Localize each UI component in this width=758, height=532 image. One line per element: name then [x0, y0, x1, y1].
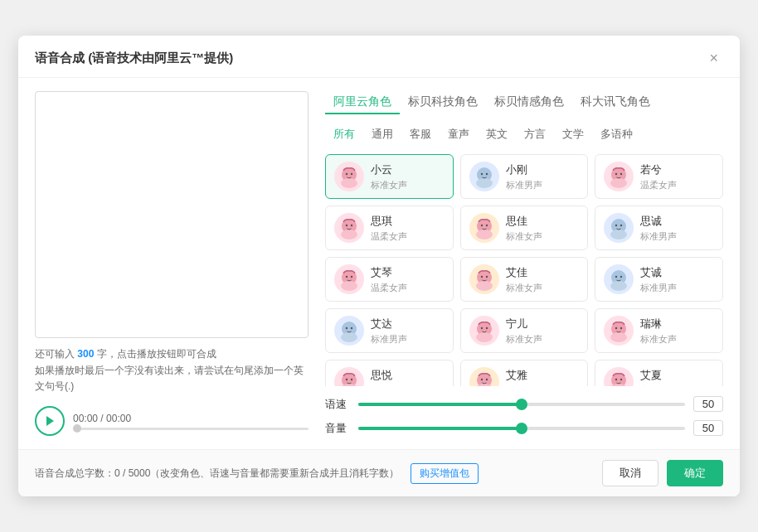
tab-sub-child[interactable]: 童声 [440, 124, 478, 144]
tab-sub-english[interactable]: 英文 [478, 124, 516, 144]
voice-type-aiya: 严厉女声 [506, 384, 580, 387]
voice-card-siqi[interactable]: 思琪温柔女声 [325, 206, 454, 250]
volume-slider-fill [358, 427, 522, 430]
voice-card-aiqin[interactable]: 艾琴温柔女声 [325, 257, 454, 302]
tab-sub-service[interactable]: 客服 [401, 124, 440, 144]
speed-slider-fill [358, 403, 522, 406]
voice-card-sicheng[interactable]: 思诚标准男声 [595, 206, 723, 250]
cancel-button[interactable]: 取消 [602, 460, 658, 486]
svg-marker-0 [46, 416, 54, 426]
svg-point-24 [620, 225, 622, 226]
tab-sub-general[interactable]: 通用 [363, 124, 401, 144]
svg-point-15 [346, 225, 347, 226]
tab-top-biaobei_emotion[interactable]: 标贝情感角色 [486, 91, 572, 114]
confirm-button[interactable]: 确定 [667, 460, 723, 486]
svg-point-60 [620, 379, 622, 380]
tab-sub-dialect[interactable]: 方言 [516, 124, 554, 144]
stats-prefix: 语音合成总字数： [35, 467, 114, 479]
tab-sub-literature[interactable]: 文学 [554, 124, 592, 144]
voice-card-ninger[interactable]: 宁儿标准女声 [460, 308, 589, 353]
svg-point-35 [615, 276, 617, 278]
voice-card-aicheng[interactable]: 艾诚标准男声 [595, 257, 723, 302]
volume-value: 50 [693, 420, 723, 436]
tab-sub-all[interactable]: 所有 [325, 124, 363, 144]
svg-point-55 [480, 379, 482, 380]
voice-card-aida[interactable]: 艾达标准男声 [325, 308, 454, 353]
play-button[interactable] [35, 406, 65, 436]
hint-line2: 如果播放时最后一个字没有读出来，请尝试在句尾添加一个英文句号(.) [35, 363, 309, 394]
voice-info-aiya: 艾雅严厉女声 [506, 368, 580, 387]
voice-grid: 小云标准女声 小刚标准男声 若兮温柔女声 思琪温柔女声 思佳标准女声 思诚标准男 [325, 154, 723, 386]
speed-value: 50 [693, 396, 723, 412]
speed-slider-thumb [516, 399, 527, 410]
svg-point-52 [351, 379, 352, 380]
hint-prefix: 还可输入 [35, 348, 77, 360]
voice-name-xiaogang: 小刚 [506, 162, 580, 177]
progress-bar[interactable] [73, 428, 309, 430]
voice-avatar-aijia [469, 264, 499, 294]
voice-card-ruoxi[interactable]: 若兮温柔女声 [595, 154, 723, 199]
voice-type-aijia: 标准女声 [506, 282, 580, 294]
voice-card-sijia[interactable]: 思佳标准女声 [460, 206, 589, 250]
svg-point-26 [341, 281, 357, 291]
svg-point-23 [615, 225, 617, 226]
voice-card-aiya[interactable]: 艾雅严厉女声 [460, 360, 589, 386]
svg-point-3 [346, 173, 347, 175]
svg-point-31 [480, 276, 482, 278]
voice-card-aixia[interactable]: 艾夏童声女声 [595, 360, 723, 386]
tab-sub-multilang[interactable]: 多语种 [592, 124, 641, 144]
voice-name-siqi: 思琪 [371, 214, 445, 229]
text-input[interactable] [42, 99, 301, 331]
voice-card-aijia[interactable]: 艾佳标准女声 [460, 257, 589, 302]
voice-name-xiaoyun: 小云 [371, 162, 445, 177]
dialog-body: 还可输入 300 字，点击播放按钮即可合成 如果播放时最后一个字没有读出来，请尝… [18, 78, 740, 449]
volume-slider-thumb [516, 423, 527, 434]
tab-top-alibaba[interactable]: 阿里云角色 [325, 91, 400, 114]
voice-card-siyue[interactable]: 思悦温柔女声 [325, 360, 454, 386]
tab-top-keda[interactable]: 科大讯飞角色 [572, 91, 658, 114]
voice-name-aiya: 艾雅 [506, 368, 580, 383]
voice-tabs-sub: 所有通用客服童声英文方言文学多语种 [325, 124, 723, 144]
voice-name-ninger: 宁儿 [506, 317, 580, 331]
svg-point-16 [351, 225, 352, 226]
text-input-area[interactable] [35, 91, 309, 338]
voice-type-ninger: 标准女声 [506, 333, 580, 346]
voice-avatar-ruilin [604, 316, 634, 346]
volume-label: 音量 [325, 421, 350, 436]
voice-card-xiaoyun[interactable]: 小云标准女声 [325, 154, 454, 199]
dialog-footer: 语音合成总字数：0 / 5000（改变角色、语速与音量都需要重新合成并且消耗字数… [18, 449, 740, 496]
svg-point-43 [480, 327, 482, 329]
svg-point-14 [341, 230, 357, 239]
voice-avatar-xiaogang [469, 162, 499, 191]
voice-type-ruoxi: 温柔女声 [640, 179, 714, 191]
volume-slider-track[interactable] [358, 427, 685, 430]
svg-point-10 [610, 178, 627, 188]
voice-name-sijia: 思佳 [506, 214, 580, 229]
footer-stats: 语音合成总字数：0 / 5000（改变角色、语速与音量都需要重新合成并且消耗字数… [35, 463, 479, 484]
voice-card-ruilin[interactable]: 瑞琳标准女声 [595, 308, 723, 353]
hint-count: 300 [77, 348, 94, 360]
voice-card-xiaogang[interactable]: 小刚标准男声 [460, 154, 589, 199]
tab-top-biaobei_tech[interactable]: 标贝科技角色 [400, 91, 486, 114]
voice-name-ruilin: 瑞琳 [640, 317, 714, 331]
svg-point-20 [485, 225, 487, 226]
stats-count: 0 / 5000 [114, 467, 150, 479]
voice-avatar-aiya [469, 367, 499, 386]
svg-point-27 [346, 276, 347, 278]
progress-dot [73, 424, 81, 433]
buy-button[interactable]: 购买增值包 [411, 463, 479, 484]
voice-type-ruilin: 标准女声 [640, 333, 714, 346]
voice-info-xiaoyun: 小云标准女声 [371, 162, 445, 191]
voice-type-aiqin: 温柔女声 [371, 282, 445, 294]
close-button[interactable]: × [704, 49, 723, 67]
voice-tabs-top: 阿里云角色标贝科技角色标贝情感角色科大讯飞角色 [325, 91, 723, 114]
voice-info-aicheng: 艾诚标准男声 [640, 265, 714, 294]
voice-info-aida: 艾达标准男声 [371, 317, 445, 346]
voice-name-sicheng: 思诚 [640, 214, 714, 229]
speed-slider-track[interactable] [358, 403, 685, 406]
svg-point-11 [615, 173, 617, 175]
voice-name-ruoxi: 若兮 [640, 162, 714, 177]
voice-name-aijia: 艾佳 [506, 265, 580, 280]
voice-name-aida: 艾达 [371, 317, 445, 331]
svg-point-44 [485, 327, 487, 329]
